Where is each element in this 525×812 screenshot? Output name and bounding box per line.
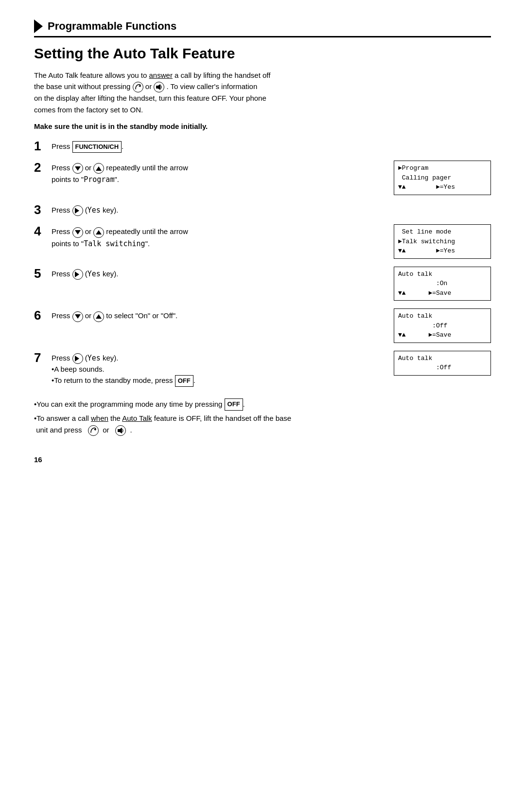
header-section: Programmable Functions [34, 19, 491, 33]
steps-container: 1 Press FUNCTION/CH. 2 Press or repeated… [34, 139, 491, 387]
lcd-step6: Auto talk :Off ▼▲ ►=Save [394, 308, 491, 343]
step-1-content: Press FUNCTION/CH. [52, 139, 491, 153]
step-5: 5 Press (Yes key). Auto talk :On ▼▲ ►=Sa… [34, 267, 491, 301]
step-1-number: 1 [34, 139, 52, 153]
page-number: 16 [34, 455, 491, 464]
step-7: 7 Press (Yes key). •A beep sounds. •To r… [34, 351, 491, 387]
step-2-content: Press or repeatedly until the arrow poin… [52, 161, 384, 185]
off-key-footer1: OFF [225, 398, 243, 411]
step-5-number: 5 [34, 267, 52, 281]
footer-note-1: •You can exit the programming mode any t… [34, 398, 491, 411]
dpad-down-icon [72, 163, 83, 174]
dpad-right-icon-step5 [72, 269, 83, 280]
step-2: 2 Press or repeatedly until the arrow po… [34, 161, 491, 195]
dpad-right-icon-step7 [72, 353, 83, 364]
off-key: OFF [175, 375, 193, 387]
lcd-step7: Auto talk :Off [394, 351, 491, 376]
intro-line2: the base unit without pressing or . To v… [34, 82, 257, 90]
step-3-content: Press (Yes key). [52, 203, 491, 216]
step-4: 4 Press or repeatedly until the arrow po… [34, 224, 491, 259]
step-6: 6 Press or to select "On" or "Off". Auto… [34, 308, 491, 343]
lcd-step4: Set line mode ►Talk switching ▼▲ ►=Yes [394, 224, 491, 259]
svg-marker-5 [120, 428, 122, 433]
step-7-bullet2: •To return to the standby mode, press OF… [52, 375, 384, 387]
step-6-number: 6 [34, 308, 52, 323]
talk-key-footer [88, 425, 99, 436]
intro-paragraph: The Auto Talk feature allows you to answ… [34, 70, 491, 115]
header-title: Programmable Functions [48, 20, 176, 33]
lcd-step2: ►Program Calling pager ▼▲ ►=Yes [394, 161, 491, 195]
dpad-right-icon-step3 [72, 205, 83, 216]
dpad-down-icon-step4 [72, 227, 83, 238]
step-2-number: 2 [34, 161, 52, 175]
step-7-number: 7 [34, 351, 52, 365]
step-3: 3 Press (Yes key). [34, 203, 491, 217]
step-4-display: Set line mode ►Talk switching ▼▲ ►=Yes [394, 224, 491, 259]
intro-line4: comes from the factory set to ON. [34, 106, 143, 114]
step-7-display: Auto talk :Off [394, 351, 491, 376]
footer-notes: •You can exit the programming mode any t… [34, 398, 491, 436]
step-2-display: ►Program Calling pager ▼▲ ►=Yes [394, 161, 491, 195]
svg-rect-1 [156, 86, 158, 89]
step-7-content: Press (Yes key). •A beep sounds. •To ret… [52, 351, 384, 387]
talk-key-icon [133, 82, 143, 92]
standby-note: Make sure the unit is in the standby mod… [34, 122, 491, 130]
svg-rect-4 [118, 429, 120, 432]
header-arrow-icon [34, 19, 43, 33]
lcd-step5: Auto talk :On ▼▲ ►=Save [394, 267, 491, 301]
footer-note-2: •To answer a call when the Auto Talk fea… [34, 413, 491, 436]
step-4-number: 4 [34, 224, 52, 238]
intro-line1: The Auto Talk feature allows you to answ… [34, 71, 270, 79]
dpad-down-icon-step6 [72, 311, 83, 322]
svg-marker-3 [94, 428, 96, 431]
or-connector: or [145, 82, 154, 90]
intro-line3: on the display after lifting the handset… [34, 94, 266, 102]
step-7-bullet1: •A beep sounds. [52, 364, 384, 375]
dpad-up-icon-step6 [93, 311, 104, 322]
speaker-key-footer [115, 425, 126, 436]
page-title: Setting the Auto Talk Feature [34, 45, 491, 62]
dpad-up-icon [93, 163, 104, 174]
speaker-key-icon [154, 82, 164, 92]
step-4-content: Press or repeatedly until the arrow poin… [52, 224, 384, 249]
svg-marker-2 [158, 84, 160, 90]
header-rule [34, 36, 491, 37]
function-ch-key: FUNCTION/CH [72, 141, 122, 153]
svg-marker-0 [139, 85, 140, 87]
step-6-display: Auto talk :Off ▼▲ ►=Save [394, 308, 491, 343]
step-5-content: Press (Yes key). [52, 267, 384, 280]
dpad-up-icon-step4 [93, 227, 104, 238]
step-1: 1 Press FUNCTION/CH. [34, 139, 491, 153]
step-5-display: Auto talk :On ▼▲ ►=Save [394, 267, 491, 301]
step-6-content: Press or to select "On" or "Off". [52, 308, 384, 322]
step-3-number: 3 [34, 203, 52, 217]
